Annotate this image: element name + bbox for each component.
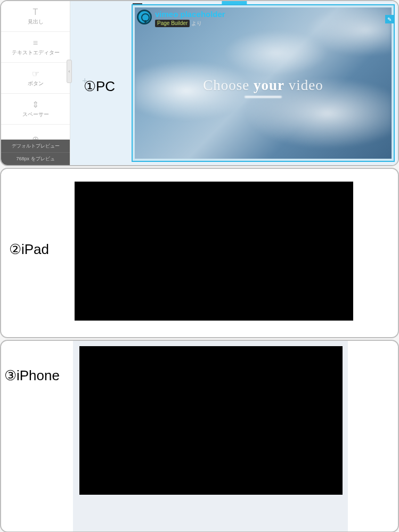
builder-sidebar: T 見出し ≡ テキストエディター ☞ ボタン ⇕ スペーサー ⊕ bbox=[1, 1, 70, 165]
sidebar-item-text-editor[interactable]: ≡ テキストエディター bbox=[1, 32, 70, 63]
sidebar-item-label: テキストエディター bbox=[12, 49, 60, 56]
panel-pc: ①PC T 見出し ≡ テキストエディター ☞ ボタン ⇕ スペーサー bbox=[0, 0, 399, 166]
ipad-video-placeholder bbox=[75, 182, 353, 321]
module-edit-icon[interactable]: ✎ bbox=[385, 15, 394, 23]
panel-label-iphone: ③iPhone bbox=[4, 367, 60, 384]
vimeo-badge: vimeo placeholder Page Builder より bbox=[137, 10, 225, 27]
vimeo-source-chip: Page Builder bbox=[155, 20, 190, 27]
panel-label-pc: ①PC bbox=[84, 78, 115, 95]
panel-iphone: ③iPhone bbox=[0, 340, 399, 532]
sidebar-item-spacer[interactable]: ⇕ スペーサー bbox=[1, 94, 70, 125]
vimeo-avatar-icon bbox=[137, 10, 152, 24]
text-editor-icon: ≡ bbox=[33, 38, 38, 48]
vimeo-module[interactable]: vimeo placeholder Page Builder より Choose… bbox=[135, 7, 392, 159]
preview-default[interactable]: デフォルトプレビュー bbox=[1, 140, 70, 152]
button-icon: ☞ bbox=[32, 69, 39, 79]
video-overlay-text: Choose your video bbox=[135, 77, 392, 98]
selected-column[interactable]: vimeo placeholder Page Builder より Choose… bbox=[132, 4, 395, 162]
text-underline bbox=[245, 96, 282, 98]
spacer-icon: ⇕ bbox=[32, 100, 39, 110]
vimeo-source-suffix: より bbox=[191, 20, 202, 27]
panel-label-ipad: ②iPad bbox=[9, 241, 49, 258]
sidebar-item-label: ボタン bbox=[28, 80, 44, 87]
sidebar-item-button[interactable]: ☞ ボタン bbox=[1, 63, 70, 94]
sidebar-item-label: スペーサー bbox=[22, 111, 49, 118]
preview-768[interactable]: 768px をプレビュ bbox=[1, 152, 70, 165]
iphone-video-placeholder bbox=[79, 346, 343, 495]
sidebar-preview-footer: デフォルトプレビュー 768px をプレビュ bbox=[1, 140, 70, 165]
sidebar-collapse-handle[interactable]: ‹ bbox=[67, 60, 72, 83]
vimeo-title: vimeo placeholder bbox=[155, 10, 225, 19]
sidebar-item-heading[interactable]: T 見出し bbox=[1, 1, 70, 32]
sidebar-item-label: 見出し bbox=[28, 18, 44, 26]
builder-canvas[interactable]: ‹ ＋ ≡ × + ▦ vimeo placeholder bbox=[70, 1, 398, 165]
pc-builder-ui: T 見出し ≡ テキストエディター ☞ ボタン ⇕ スペーサー ⊕ bbox=[1, 1, 398, 165]
panel-ipad: ②iPad bbox=[0, 168, 399, 338]
heading-icon: T bbox=[33, 7, 38, 17]
